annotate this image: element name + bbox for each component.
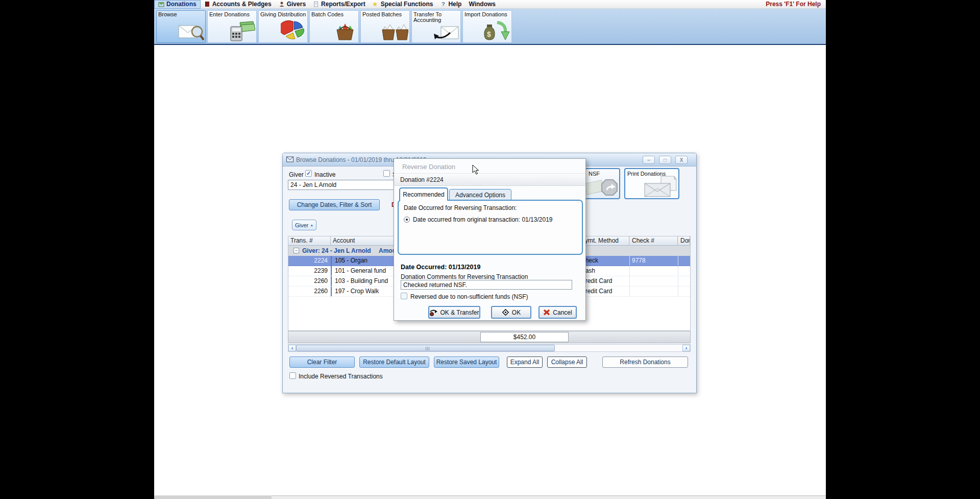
toolbar-posted-batches-button[interactable]: Posted Batches [360,10,410,43]
giver-label: Giver [289,171,304,178]
close-button[interactable]: X [675,156,688,164]
column-header-trans[interactable]: Trans. # [288,236,331,246]
menu-label: Reports/Export [321,1,365,8]
enter-donations-icon [229,20,255,42]
radio-dot [406,219,408,221]
collapse-group-icon[interactable]: − [293,248,299,253]
refresh-donations-button[interactable]: Refresh Donations [602,357,688,368]
menu-bar: Donations Accounts & Pledges Givers Repo… [154,0,826,9]
cell-pymt: Check [578,256,629,266]
toolbar-label: Posted Batches [362,12,402,18]
collapse-all-button[interactable]: Collapse All [547,357,587,368]
cell-check [629,276,678,286]
sort-ascending-icon: ▲ [310,223,313,227]
cell-trans: 2260 [288,287,331,296]
accounts-icon [204,1,210,7]
menu-reports-export[interactable]: Reports/Export [309,0,369,9]
toolbar-label: Browse [158,12,177,18]
minimize-button[interactable]: – [643,156,655,164]
partial-checkbox[interactable] [383,170,390,177]
ok-button[interactable]: OK [491,306,531,319]
cell-pymt: Credit Card [578,287,629,296]
toolbar: Browse Enter Donations [154,9,826,45]
reports-icon [313,1,319,7]
cancel-button[interactable]: Cancel [538,306,577,319]
scrollbar-grip [426,347,430,350]
cell-trans: 2239 [288,266,331,276]
scroll-left-icon[interactable]: ‹ [288,345,296,351]
toolbar-transfer-accounting-button[interactable]: Transfer To Accounting [411,10,461,43]
menu-label: Donations [166,1,197,8]
menu-label: Special Functions [381,1,433,8]
print-donations-button[interactable]: Print Donations [624,168,679,199]
horizontal-scrollbar[interactable]: ‹ › [288,344,691,352]
menu-label: Accounts & Pledges [212,1,272,8]
menu-windows[interactable]: Windows [465,0,499,9]
change-dates-filter-sort-button[interactable]: Change Dates, Filter & Sort [289,199,380,210]
cell-check: 9778 [629,256,678,266]
toolbar-enter-donations-button[interactable]: Enter Donations [207,10,257,43]
include-reversed-checkbox[interactable] [289,372,296,379]
scroll-right-icon[interactable]: › [682,345,690,351]
tab-advanced-options[interactable]: Advanced Options [449,189,511,201]
date-occurred-group-label: Date Occurred for Reversing Transaction: [404,204,517,211]
menu-help[interactable]: ? Help [436,0,465,9]
maximize-button[interactable]: □ [659,156,671,164]
f1-help-hint: Press 'F1' For Help [766,1,821,8]
restore-saved-layout-button[interactable]: Restore Saved Layout [434,357,499,368]
cell-trans: 2224 [288,256,331,266]
cell-pymt: Credit Card [578,276,629,286]
reverse-donation-dialog: Reverse Donation Donation #2224 Recommen… [394,158,586,321]
toolbar-label: Batch Codes [311,12,344,18]
menu-accounts-pledges[interactable]: Accounts & Pledges [201,0,275,9]
donation-number: Donation #2224 [400,176,444,183]
menu-label: Givers [287,1,306,8]
summary-bar: $452.00 [288,331,691,343]
group-by-label: Giver [295,222,308,228]
toolbar-browse-button[interactable]: Browse [156,10,206,43]
column-header-pymt-method[interactable]: Pymt. Method [578,236,629,246]
group-row-title: Giver: 24 - Jen L Arnold [302,247,371,254]
toolbar-import-donations-button[interactable]: Import Donations $ [462,10,512,43]
cell-check [629,287,678,296]
ok-and-transfer-button[interactable]: OK & Transfer [428,306,480,319]
import-donations-icon: $ [483,19,510,42]
cell-don [678,287,690,296]
cell-don [678,266,690,276]
recommended-tab-panel: Date Occurred for Reversing Transaction:… [398,200,583,255]
donation-header-strip: Donation #2224 [394,173,585,186]
total-amount: $452.00 [480,332,569,342]
toolbar-label: Enter Donations [209,12,250,18]
clear-filter-button[interactable]: Clear Filter [289,357,355,368]
group-by-giver-chip[interactable]: Giver ▲ [292,220,316,230]
menu-special-functions[interactable]: ★ Special Functions [369,0,437,9]
transfer-accounting-icon [433,20,459,42]
cell-don [678,256,690,266]
giving-distribution-icon [281,20,306,42]
menu-donations[interactable]: Donations [154,0,201,9]
expand-all-button[interactable]: Expand All [507,357,543,368]
column-header-don[interactable]: Don [678,236,690,246]
help-icon: ? [440,1,446,7]
tab-recommended[interactable]: Recommended [399,187,448,201]
column-header-check-number[interactable]: Check # [629,236,678,246]
nsf-reversal-checkbox[interactable] [401,293,407,299]
givers-icon [279,1,285,7]
inactive-checkbox[interactable]: ✓ [305,170,312,177]
toolbar-giving-distribution-button[interactable]: Giving Distribution [258,10,308,43]
date-original-radio[interactable] [404,217,410,223]
restore-default-layout-button[interactable]: Restore Default Layout [359,357,429,368]
comments-input[interactable] [401,280,572,290]
print-envelope-icon [642,175,677,198]
donations-icon [158,1,164,7]
cell-check [629,266,678,276]
inactive-label: Inactive [314,171,335,178]
ok-stamp-icon [502,308,509,316]
include-reversed-label: Include Reversed Transactions [299,373,383,380]
toolbar-batch-codes-button[interactable]: Batch Codes [309,10,359,43]
menu-givers[interactable]: Givers [275,0,309,9]
scrollbar-thumb[interactable] [296,345,555,351]
cancel-label: Cancel [553,309,572,316]
envelope-icon [286,156,293,162]
red-x-icon [543,309,550,316]
